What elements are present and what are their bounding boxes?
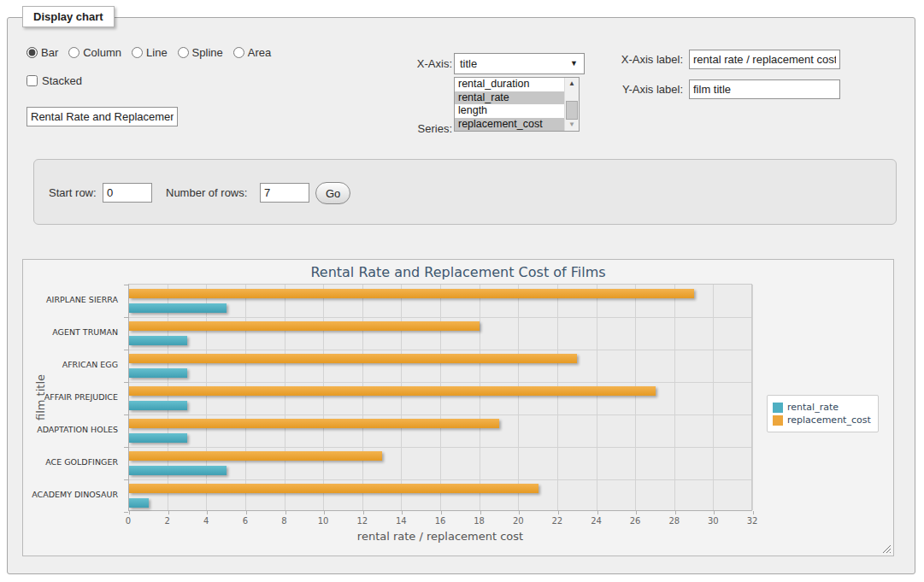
go-button[interactable]: Go <box>315 182 350 204</box>
x-tick-mark <box>480 511 481 514</box>
bar-replacement_cost-4[interactable] <box>129 419 499 428</box>
x-tick-mark <box>246 511 247 514</box>
bar-replacement_cost-1[interactable] <box>129 321 480 331</box>
gridline-vertical <box>362 285 363 510</box>
chart-type-radio-label: Column <box>83 46 121 59</box>
panel-title: Display chart <box>22 6 115 27</box>
x-tick-label: 26 <box>618 516 652 526</box>
x-tick-mark <box>753 511 754 514</box>
chart-type-radio-label: Spline <box>192 46 223 59</box>
x-tick-label: 12 <box>345 516 380 526</box>
series-multiselect[interactable]: rental_durationrental_ratelengthreplacem… <box>454 77 580 132</box>
y-tick-mark <box>124 285 128 285</box>
x-tick-label: 32 <box>735 516 769 526</box>
num-rows-input[interactable] <box>260 183 309 203</box>
bar-replacement_cost-3[interactable] <box>129 386 656 396</box>
start-row-input[interactable] <box>103 183 152 203</box>
x-tick-label: 22 <box>540 516 574 526</box>
x-axis-select[interactable]: title ▼ <box>454 53 585 74</box>
chart-type-radio-spline[interactable] <box>178 47 189 58</box>
gridline-horizontal <box>129 317 751 318</box>
y-axis-label-input[interactable] <box>689 79 840 99</box>
bar-rental_rate-6[interactable] <box>129 498 149 508</box>
gridline-vertical <box>597 285 597 510</box>
x-tick-mark <box>714 511 715 514</box>
chart-type-radio-bar[interactable] <box>26 47 38 58</box>
bar-rental_rate-1[interactable] <box>129 336 187 345</box>
gridline-vertical <box>674 285 675 510</box>
bar-replacement_cost-6[interactable] <box>129 484 539 493</box>
legend-swatch-icon <box>773 415 783 426</box>
legend-label: rental_rate <box>787 402 839 413</box>
bar-replacement_cost-5[interactable] <box>129 451 382 461</box>
x-axis-label-label: X-Axis label: <box>597 53 683 66</box>
start-row-label: Start row: <box>49 186 97 199</box>
x-tick-label: 2 <box>150 516 185 526</box>
legend-item-replacement_cost[interactable]: replacement_cost <box>773 414 871 426</box>
display-chart-panel: Display chart BarColumnLineSplineArea St… <box>7 17 915 574</box>
scroll-up-icon[interactable]: ▲ <box>565 78 579 90</box>
chart-type-radio-line[interactable] <box>132 47 143 58</box>
series-option-rental_duration[interactable]: rental_duration <box>455 78 566 91</box>
bar-replacement_cost-0[interactable] <box>129 289 694 298</box>
x-axis-label-input[interactable] <box>689 50 840 69</box>
bar-rental_rate-3[interactable] <box>129 401 187 410</box>
y-tick-mark <box>124 479 128 480</box>
x-tick-mark <box>129 511 130 514</box>
category-label: ACADEMY DINOSAUR <box>23 479 123 511</box>
category-label: AIRPLANE SIERRA <box>23 284 123 316</box>
resize-handle-icon[interactable] <box>881 544 891 553</box>
y-tick-mark <box>124 512 128 513</box>
series-scrollbar[interactable]: ▲ ▼ <box>564 78 579 131</box>
x-tick-label: 10 <box>306 516 340 526</box>
chart-type-radio-area[interactable] <box>233 47 244 58</box>
chevron-down-icon: ▼ <box>570 59 578 68</box>
y-tick-mark <box>124 317 128 318</box>
x-tick-mark <box>363 511 364 514</box>
x-tick-label: 16 <box>423 516 457 526</box>
category-label: AGENT TRUMAN <box>23 316 123 349</box>
chart-legend: rental_ratereplacement_cost <box>767 395 879 432</box>
x-tick-mark <box>285 511 286 514</box>
chart-type-radio-group: BarColumnLineSplineArea <box>26 46 278 59</box>
chart-type-radio-label: Area <box>248 46 271 59</box>
chart-type-option-line: Line <box>132 46 168 59</box>
gridline-horizontal <box>129 414 751 415</box>
bar-rental_rate-2[interactable] <box>129 368 187 378</box>
gridline-vertical <box>752 285 753 510</box>
x-tick-mark <box>558 511 559 514</box>
plot-area <box>128 284 752 511</box>
bar-replacement_cost-2[interactable] <box>129 354 577 363</box>
scroll-down-icon[interactable]: ▼ <box>565 119 579 131</box>
y-tick-mark <box>124 447 128 448</box>
gridline-horizontal <box>129 350 751 350</box>
category-label: AFFAIR PREJUDICE <box>23 381 123 414</box>
series-option-replacement_cost[interactable]: replacement_cost <box>455 118 566 132</box>
chart-type-radio-label: Bar <box>41 46 58 59</box>
x-tick-label: 8 <box>268 516 302 526</box>
scrollbar-thumb[interactable] <box>566 101 578 120</box>
stacked-checkbox[interactable] <box>26 75 38 86</box>
x-axis-selected-value: title <box>460 57 477 70</box>
chart-container: Rental Rate and Replacement Cost of Film… <box>22 259 894 556</box>
gridline-vertical <box>168 285 168 510</box>
bar-rental_rate-0[interactable] <box>129 303 227 313</box>
gridline-horizontal <box>129 479 751 480</box>
x-tick-label: 24 <box>580 516 614 526</box>
chart-type-radio-column[interactable] <box>68 47 79 58</box>
x-tick-label: 28 <box>657 516 692 526</box>
chart-title-input[interactable] <box>26 107 178 126</box>
bar-rental_rate-4[interactable] <box>129 433 187 443</box>
x-tick-mark <box>168 511 169 514</box>
gridline-vertical <box>713 285 714 510</box>
legend-item-rental_rate[interactable]: rental_rate <box>773 402 871 413</box>
legend-swatch-icon <box>773 403 783 413</box>
series-option-rental_rate[interactable]: rental_rate <box>455 91 566 105</box>
x-tick-mark <box>675 511 676 514</box>
gridline-vertical <box>557 285 558 510</box>
num-rows-label: Number of rows: <box>166 186 247 199</box>
gridline-vertical <box>401 285 402 510</box>
bar-rental_rate-5[interactable] <box>129 466 227 475</box>
gridline-vertical <box>323 285 324 510</box>
series-option-length[interactable]: length <box>455 104 566 118</box>
